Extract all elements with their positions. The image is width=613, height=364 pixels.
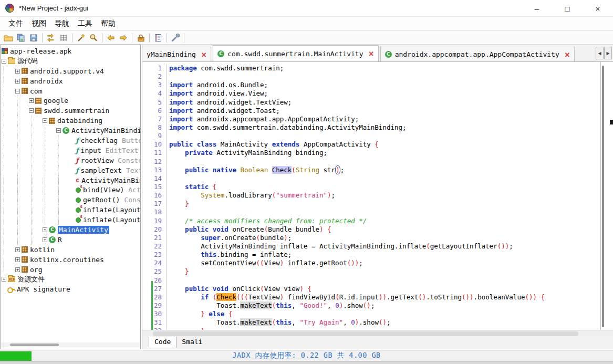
tree-item-androidx[interactable]: +androidx: [1, 76, 140, 86]
tree-item-r[interactable]: +CR: [1, 235, 140, 245]
tree-item-input[interactable]: ƒinputEditText: [1, 145, 140, 155]
tree-item-inflate-layoutinfl[interactable]: inflate(LayoutInfl: [1, 205, 140, 215]
expand-toggle-icon[interactable]: +: [15, 267, 20, 272]
menu-item-3[interactable]: 工具: [74, 17, 97, 30]
package-tree: app-release.apk−源代码+android.support.v4+a…: [1, 46, 140, 294]
tree-indent-guide: [17, 215, 28, 225]
open-folder-icon[interactable]: [2, 32, 15, 44]
tree-item-label: R: [58, 236, 62, 244]
method-pub-icon: [76, 197, 81, 203]
sync-icon[interactable]: [45, 32, 57, 44]
tree-item-inflate-layoutinfl[interactable]: inflate(LayoutInfl: [1, 215, 140, 225]
tree-indent-guide: [4, 195, 14, 205]
tree-item-getroot[interactable]: getRoot()Constra: [1, 195, 140, 205]
code-text: private ActivityMainBinding binding;: [167, 149, 327, 157]
deobfuscation-grid-icon[interactable]: [57, 32, 70, 44]
tree-item-google[interactable]: +google: [1, 96, 140, 106]
tree-item-app-release-apk[interactable]: app-release.apk: [1, 46, 140, 56]
tree-indent-guide: [31, 215, 41, 225]
tree-indent-guide: [31, 225, 41, 235]
code-text: public void onClick(View view) {: [167, 285, 311, 293]
tab-main-activity[interactable]: Ccom.swdd.summertrain.MainActivity×: [213, 45, 379, 61]
tree-item-mainactivity[interactable]: +CMainActivity: [1, 225, 140, 235]
editor-hscrollbar-thumb[interactable]: [153, 331, 578, 336]
code-text: import android.widget.TextView;: [167, 98, 292, 107]
tab-close-icon[interactable]: ×: [201, 51, 206, 58]
menu-item-2[interactable]: 导航: [50, 17, 74, 30]
maximize-button[interactable]: □: [552, 0, 583, 17]
tab-scroll-right-button[interactable]: ▶: [604, 47, 612, 59]
tree-item-resource-files[interactable]: +资源文件: [1, 274, 140, 284]
nav-back-icon[interactable]: [105, 32, 117, 44]
code-editor[interactable]: 1package com.swdd.summertrain;23import a…: [142, 62, 613, 330]
save-icon[interactable]: [27, 32, 40, 44]
tree-item-type-suffix: TextVie: [126, 167, 141, 174]
menu-bar: 文件视图导航工具帮助: [0, 17, 613, 31]
nav-forward-icon[interactable]: [117, 32, 130, 44]
collapse-toggle-icon[interactable]: −: [29, 108, 34, 113]
tree-indent-guide: [4, 265, 14, 275]
tab-smali[interactable]: Smali: [176, 337, 207, 348]
code-line-17: 17 }: [142, 200, 599, 208]
toolbar-separator: [149, 33, 150, 43]
editor-vertical-scrollbar[interactable]: [602, 66, 604, 327]
tree-item-databinding[interactable]: −databinding: [1, 116, 140, 126]
expand-toggle-icon[interactable]: +: [43, 227, 47, 232]
search-icon[interactable]: [87, 32, 100, 44]
save-all-icon[interactable]: [15, 32, 27, 44]
tree-item-bind-view[interactable]: bind(View)Activit: [1, 185, 140, 195]
tree-item-android-support-v4[interactable]: +android.support.v4: [1, 66, 140, 76]
tab-activity-main-binding[interactable]: yMainBinding×: [142, 47, 211, 61]
tree-item-sampletext[interactable]: ƒsampleTextTextVie: [1, 165, 140, 175]
tab-close-icon[interactable]: ×: [368, 50, 373, 57]
tab-scroll-left-button[interactable]: ◀: [596, 47, 604, 59]
tree-item-checkflag[interactable]: ƒcheckflagButton: [1, 136, 140, 145]
expand-toggle-icon[interactable]: +: [15, 247, 20, 252]
tree-item-kotlinx-coroutines[interactable]: +kotlinx.coroutines: [1, 255, 140, 265]
tree-item-type-suffix: EditText: [106, 147, 139, 154]
tree-indent-guide: [31, 155, 41, 165]
tab-code[interactable]: Code: [149, 337, 176, 348]
collapse-toggle-icon[interactable]: −: [43, 118, 47, 123]
collapse-toggle-icon[interactable]: −: [56, 128, 61, 133]
tree-item-swdd-summertrain[interactable]: −swdd.summertrain: [1, 106, 140, 116]
menu-item-0[interactable]: 文件: [4, 17, 27, 30]
preferences-wrench-icon[interactable]: [169, 32, 182, 44]
tree-indent-guide: [58, 145, 69, 155]
tree-item-label: 源代码: [17, 56, 38, 66]
tab-close-icon[interactable]: ×: [565, 51, 570, 58]
expand-toggle-icon[interactable]: +: [15, 257, 20, 262]
tree-horizontal-scrollbar[interactable]: [1, 342, 140, 347]
tree-indent-guide: [4, 165, 14, 175]
tree-item-com[interactable]: −com: [1, 86, 140, 96]
package-icon: [22, 266, 28, 273]
log-viewer-icon[interactable]: [152, 32, 164, 44]
lock-edit-icon[interactable]: [134, 32, 147, 44]
menu-item-1[interactable]: 视图: [27, 17, 50, 30]
close-button[interactable]: ×: [583, 0, 613, 17]
magic-wand-icon[interactable]: [75, 32, 87, 44]
tree-item-org[interactable]: +org: [1, 265, 140, 275]
expand-toggle-icon[interactable]: +: [43, 237, 47, 242]
code-line-26: 26: [142, 276, 599, 285]
collapse-toggle-icon[interactable]: −: [15, 89, 20, 93]
code-line-1: 1package com.swdd.summertrain;: [142, 64, 599, 72]
tree-item-rootview[interactable]: ƒrootViewConstrain: [1, 155, 140, 165]
tree-scrollbar-thumb[interactable]: [10, 344, 59, 346]
expand-toggle-icon[interactable]: +: [29, 98, 34, 103]
expand-toggle-icon[interactable]: +: [15, 69, 20, 74]
minimize-button[interactable]: –: [522, 0, 552, 17]
tree-item-activitymainbindin[interactable]: cActivityMainBindin: [1, 175, 140, 185]
editor-horizontal-scrollbar[interactable]: [142, 330, 613, 337]
tree-item-apk-signature[interactable]: APK signature: [1, 284, 140, 294]
collapse-toggle-icon[interactable]: −: [2, 59, 6, 64]
line-number: 8: [142, 123, 167, 132]
tree-item-kotlin[interactable]: +kotlin: [1, 245, 140, 255]
tab-app-compat-activity[interactable]: Candroidx.appcompat.app.AppCompatActivit…: [380, 47, 575, 61]
menu-item-4[interactable]: 帮助: [97, 17, 120, 30]
expand-toggle-icon[interactable]: +: [2, 277, 6, 282]
expand-toggle-icon[interactable]: +: [15, 79, 20, 84]
tree-item-source-code[interactable]: −源代码: [1, 56, 140, 66]
line-number: 27: [142, 285, 167, 293]
tree-item-activitymainbinding[interactable]: −CActivityMainBinding: [1, 126, 140, 136]
